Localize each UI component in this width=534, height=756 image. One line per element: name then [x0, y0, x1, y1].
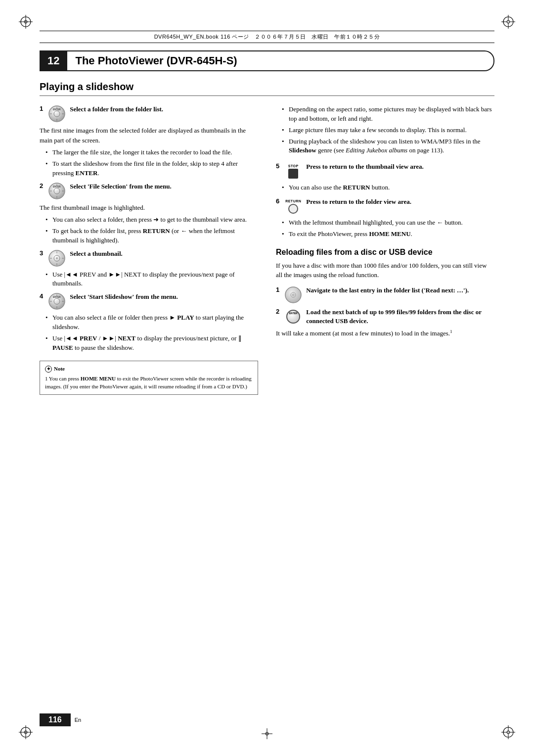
step-3-heading: 3 — [40, 249, 258, 267]
page-language: En — [71, 715, 85, 725]
two-column-layout: 1 ENTER — [40, 105, 494, 395]
page-number: 116 — [40, 713, 71, 726]
list-item: The larger the file size, the longer it … — [45, 148, 258, 157]
section-title: Playing a slideshow — [40, 81, 494, 96]
step-4-bullets: You can also select a file or folder the… — [45, 313, 258, 352]
chapter-title: The PhotoViewer (DVR-645H-S) — [75, 54, 237, 67]
step-6-icon: RETURN — [284, 197, 302, 215]
main-content: Playing a slideshow 1 — [40, 81, 494, 697]
step-2-heading: 2 ENTER — [40, 182, 258, 200]
reload-step-2-heading: 2 ENTER Load the next batch of up to 999… — [276, 308, 494, 326]
reload-step-1-number: 1 — [276, 286, 279, 293]
reg-mark-bottom-center — [262, 728, 272, 741]
step-1-body: The first nine images from the selected … — [40, 126, 258, 145]
step-3-icon — [48, 249, 66, 267]
step-2-heading-text: Select 'File Selection' from the menu. — [70, 182, 172, 191]
step-2-bullets: You can also select a folder, then press… — [45, 215, 258, 245]
reload-step-2-body: It will take a moment (at most a few min… — [276, 329, 494, 338]
list-item: During playback of the slideshow you can… — [282, 137, 494, 156]
list-item: To get back to the folder list, press RE… — [45, 227, 258, 245]
note-header: ✦ Note — [45, 365, 253, 373]
step-5-icon: STOP — [284, 162, 302, 180]
step-6-bullets: With the leftmost thumbnail highlighted,… — [282, 218, 494, 239]
step-3-heading-text: Select a thumbnail. — [70, 249, 123, 258]
step-3-number: 3 — [40, 249, 43, 257]
list-item: Depending on the aspect ratio, some pict… — [282, 105, 494, 124]
file-info-text: DVR645H_WY_EN.book 116 ページ ２００６年７月５日 水曜日… — [40, 33, 494, 41]
reload-step-2-icon: ENTER — [284, 308, 302, 326]
svg-point-7 — [507, 20, 510, 23]
reg-mark-bottom-left — [19, 725, 33, 741]
reload-step-2-heading-text: Load the next batch of up to 999 files/9… — [306, 308, 494, 326]
reload-step-1-icon — [284, 286, 302, 304]
note-box: ✦ Note 1 You can press HOME MENU to exit… — [40, 361, 258, 395]
list-item: Large picture files may take a few secon… — [282, 126, 494, 135]
left-column: 1 ENTER — [40, 105, 258, 395]
reg-mark-top-right — [501, 15, 515, 31]
step-1-heading-text: Select a folder from the folder list. — [70, 105, 163, 114]
note-icon: ✦ — [45, 366, 52, 373]
step-2-icon: ENTER — [48, 182, 66, 200]
step-6-heading-text: Press to return to the folder view area. — [306, 197, 411, 206]
right-column: Depending on the aspect ratio, some pict… — [276, 105, 494, 395]
step-5-heading-text: Press to return to the thumbnail view ar… — [306, 162, 424, 171]
step-4-heading-text: Select 'Start Slideshow' from the menu. — [70, 292, 178, 301]
list-item: With the leftmost thumbnail highlighted,… — [282, 218, 494, 228]
step-5-heading: 5 STOP Press to return to the thumbnail … — [276, 162, 494, 180]
reload-section-title: Reloading files from a disc or USB devic… — [276, 248, 494, 257]
step-6-number: 6 — [276, 197, 279, 205]
svg-point-35 — [56, 257, 58, 259]
footnote-ref: 1 — [450, 329, 452, 334]
svg-point-15 — [507, 731, 510, 734]
list-item: To start the slideshow from the first fi… — [45, 159, 258, 178]
chapter-number: 12 — [40, 50, 67, 71]
list-item: You can also select a folder, then press… — [45, 215, 258, 225]
step-4-icon: ENTER — [48, 292, 66, 310]
step-6-heading: 6 RETURN Press to return to the folder v… — [276, 197, 494, 215]
note-text: 1 You can press HOME MENU to exit the Ph… — [45, 376, 252, 389]
svg-point-49 — [292, 294, 294, 296]
reload-step-2-number: 2 — [276, 308, 279, 315]
right-top-bullets: Depending on the aspect ratio, some pict… — [282, 105, 494, 155]
reload-body: If you have a disc with more than 1000 f… — [276, 261, 494, 280]
list-item: You can also use the RETURN button. — [282, 183, 494, 192]
reload-step-1-heading: 1 — [276, 286, 494, 304]
list-item: You can also select a file or folder the… — [45, 313, 258, 332]
step-1-number: 1 — [40, 105, 43, 112]
list-item: To exit the PhotoViewer, press HOME MENU… — [282, 230, 494, 239]
step-2-body: The first thumbnail image is highlighted… — [40, 203, 258, 213]
list-item: Use |◄◄ PREV and ►►| NEXT to display the… — [45, 270, 258, 289]
reg-mark-bottom-right — [501, 725, 515, 741]
step-1-heading: 1 ENTER — [40, 105, 258, 123]
reload-step-1-heading-text: Navigate to the last entry in the folder… — [306, 286, 469, 295]
step-2-number: 2 — [40, 182, 43, 189]
step-4-number: 4 — [40, 292, 43, 300]
page-bar: 116 En — [40, 713, 85, 726]
step-5-number: 5 — [276, 162, 279, 170]
step-1-bullets: The larger the file size, the longer it … — [45, 148, 258, 178]
file-info-bar: DVR645H_WY_EN.book 116 ページ ２００６年７月５日 水曜日… — [40, 31, 494, 43]
step-1-icon: ENTER — [48, 105, 66, 123]
reg-mark-top-left — [19, 15, 33, 31]
step-4-heading: 4 ENTER — [40, 292, 258, 310]
chapter-header: 12 The PhotoViewer (DVR-645H-S) — [40, 50, 494, 71]
list-item: Use |◄◄ PREV / ►►| NEXT to display the p… — [45, 334, 258, 353]
chapter-title-box: The PhotoViewer (DVR-645H-S) — [67, 50, 494, 71]
step-3-bullets: Use |◄◄ PREV and ►►| NEXT to display the… — [45, 270, 258, 289]
note-label: Note — [54, 365, 65, 373]
step-5-bullets: You can also use the RETURN button. — [282, 183, 494, 192]
